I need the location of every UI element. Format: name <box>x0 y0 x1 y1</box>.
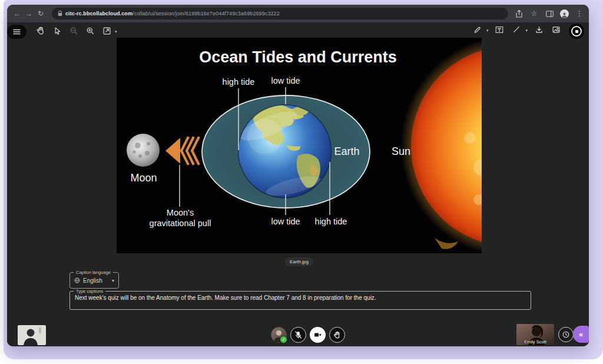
session-menu-button[interactable] <box>7 25 26 39</box>
record-stop-icon <box>571 26 582 37</box>
caption-language-select[interactable]: Caption language English ▾ <box>69 272 119 289</box>
speaker-name: Emily Scott <box>516 339 554 345</box>
text-box-icon <box>495 25 504 37</box>
label-high-tide-top: high tide <box>223 77 255 87</box>
zoom-out-tool[interactable] <box>68 26 79 38</box>
url-path: /collab/ui/session/join/6199b16e7e044f74… <box>132 11 280 16</box>
pen-options-caret-icon[interactable]: ▾ <box>486 28 489 33</box>
url-host: citc-rc.bbcollabcloud.com <box>65 11 132 16</box>
browser-window: ← → ↻ citc-rc.bbcollabcloud.com/collab/u… <box>7 5 589 346</box>
caption-language-value: English <box>83 277 102 284</box>
fit-to-screen-tool[interactable] <box>101 26 112 38</box>
hamburger-icon <box>13 27 21 37</box>
pen-icon <box>473 25 482 37</box>
globe-icon <box>74 277 80 283</box>
line-tool[interactable] <box>511 25 522 37</box>
whiteboard-canvas[interactable]: Ocean Tides and Currents high tide low t… <box>117 38 482 253</box>
side-panel-icon[interactable] <box>545 9 554 18</box>
label-earth: Earth <box>334 145 359 157</box>
share-icon[interactable] <box>514 9 524 18</box>
profile-avatar-icon[interactable] <box>560 9 569 18</box>
language-caret-icon: ▾ <box>112 278 114 283</box>
collaborate-app: ▾ ▾ <box>7 22 589 346</box>
shapes-options-caret-icon[interactable]: ▾ <box>525 28 528 33</box>
label-moon: Moon <box>130 172 157 184</box>
cursor-arrow-icon <box>53 27 62 38</box>
text-box-tool[interactable] <box>493 25 505 37</box>
my-status-button[interactable]: ✓ <box>271 327 287 343</box>
type-captions-field[interactable]: Type captions Next week's quiz will be o… <box>69 291 531 310</box>
microphone-muted-button[interactable] <box>290 327 306 343</box>
slide-title: Ocean Tides and Currents <box>199 48 397 66</box>
label-low-tide-bottom: low tide <box>271 217 300 226</box>
caption-language-label: Caption language <box>74 270 113 275</box>
pointer-tool[interactable] <box>51 26 63 38</box>
session-timer-button[interactable] <box>558 327 574 342</box>
type-captions-label: Type captions <box>74 289 105 294</box>
clock-icon <box>562 330 570 339</box>
snapshot-tool[interactable] <box>550 25 562 37</box>
bookmark-star-icon[interactable]: ☆ <box>529 9 539 18</box>
label-moon-pull-2: gravitational pull <box>150 219 211 228</box>
shared-file-name-badge: Earth.jpg <box>285 257 313 266</box>
camera-on-button[interactable] <box>310 327 326 343</box>
download-annotations-tool[interactable] <box>533 25 545 37</box>
pen-tool[interactable] <box>472 25 483 37</box>
back-button[interactable]: ← <box>12 5 22 22</box>
url-text: citc-rc.bbcollabcloud.com/collab/ui/sess… <box>65 11 280 16</box>
label-high-tide-bottom: high tide <box>315 217 347 226</box>
image-capture-icon <box>552 25 561 37</box>
zoom-in-icon <box>86 27 95 38</box>
self-video-thumbnail[interactable] <box>18 325 46 345</box>
zoom-in-tool[interactable] <box>84 26 96 38</box>
browser-actions: ☆ ⋮ <box>514 9 584 18</box>
status-check-badge: ✓ <box>280 336 287 343</box>
label-moon-pull-1: Moon's <box>167 208 194 217</box>
label-sun: Sun <box>392 145 410 157</box>
raise-hand-icon <box>333 330 342 339</box>
mic-muted-icon <box>294 330 303 339</box>
session-controls: ✓ <box>271 327 345 343</box>
open-collaborate-panel-button[interactable]: « <box>573 326 589 343</box>
hand-icon <box>36 26 45 38</box>
label-low-tide-top: low tide <box>271 76 300 85</box>
address-bar[interactable]: citc-rc.bbcollabcloud.com/collab/ui/sess… <box>52 8 508 19</box>
self-video-silhouette <box>18 325 46 345</box>
raise-hand-button[interactable] <box>329 327 345 343</box>
zoom-options-caret-icon[interactable]: ▾ <box>115 29 117 34</box>
forward-button[interactable]: → <box>24 5 34 22</box>
lock-icon <box>58 11 62 16</box>
recording-indicator-button[interactable] <box>569 24 584 39</box>
browser-toolbar: ← → ↻ citc-rc.bbcollabcloud.com/collab/u… <box>7 5 589 22</box>
double-chevron-left-icon: « <box>579 330 583 339</box>
line-icon <box>512 25 521 36</box>
left-toolbar: ▾ <box>7 25 117 39</box>
right-toolbar: ▾ ▾ <box>472 25 562 37</box>
captions-text: Next week's quiz will be on the Anatomy … <box>70 292 531 304</box>
screenshot-stage: ← → ↻ citc-rc.bbcollabcloud.com/collab/u… <box>0 0 603 364</box>
moon-illustration <box>127 134 160 167</box>
camera-icon <box>313 330 322 339</box>
speaker-video-thumbnail[interactable]: Emily Scott <box>516 324 554 345</box>
download-icon <box>535 25 544 37</box>
browser-menu-icon[interactable]: ⋮ <box>575 9 584 18</box>
fit-screen-icon <box>102 27 111 38</box>
reload-button[interactable]: ↻ <box>35 5 46 22</box>
pan-hand-tool[interactable] <box>35 26 47 38</box>
zoom-out-icon <box>69 27 78 38</box>
